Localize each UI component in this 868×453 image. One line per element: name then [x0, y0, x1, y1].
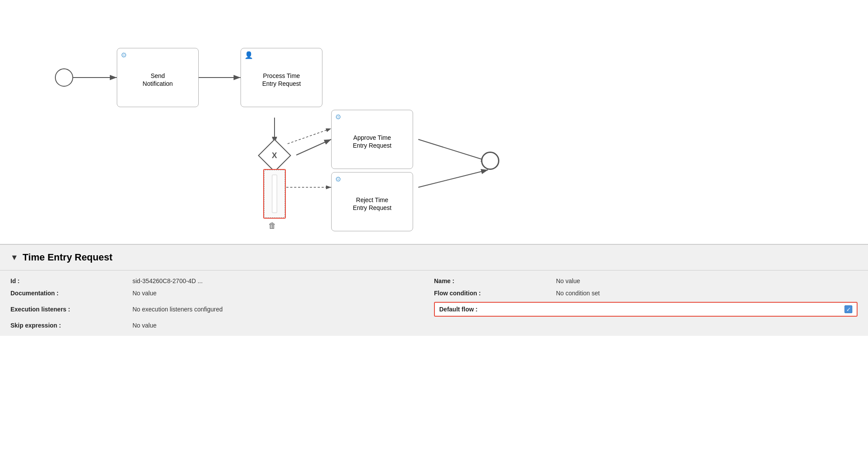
- approve-time-entry-node[interactable]: ⚙ Approve Time Entry Request: [331, 110, 413, 169]
- process-time-entry-user-icon: 👤: [244, 51, 253, 60]
- execution-listeners-value: No execution listeners configured: [132, 306, 434, 313]
- name-label: Name :: [434, 277, 556, 284]
- svg-line-7: [418, 139, 488, 161]
- end-event[interactable]: [481, 152, 499, 170]
- svg-line-4: [296, 139, 331, 155]
- diagram-canvas: ⚙ Send Notification 👤 Process Time Entry…: [0, 0, 868, 244]
- exclusive-gateway[interactable]: X: [258, 139, 291, 172]
- reject-gear-icon: ⚙: [335, 175, 341, 184]
- documentation-value: No value: [132, 290, 434, 297]
- default-flow-cell[interactable]: Default flow : ✓: [434, 302, 858, 317]
- svg-line-8: [418, 170, 488, 187]
- send-notification-gear-icon: ⚙: [121, 51, 127, 60]
- default-flow-label: Default flow :: [439, 306, 478, 313]
- reject-label: Reject Time Entry Request: [353, 196, 392, 212]
- send-notification-node[interactable]: ⚙ Send Notification: [117, 48, 199, 107]
- name-value: No value: [556, 277, 858, 284]
- approve-gear-icon: ⚙: [335, 113, 341, 122]
- properties-table: Id : sid-354260C8-2700-4D ... Name : No …: [0, 270, 868, 336]
- properties-header: ▼ Time Entry Request: [0, 245, 868, 270]
- gateway-label: X: [272, 151, 277, 160]
- process-time-entry-label: Process Time Entry Request: [262, 72, 301, 88]
- properties-title: Time Entry Request: [23, 252, 112, 263]
- id-value: sid-354260C8-2700-4D ...: [132, 277, 434, 284]
- skip-expression-value: No value: [132, 322, 434, 329]
- flow-condition-value: No condition set: [556, 290, 858, 297]
- documentation-label: Documentation :: [10, 290, 132, 297]
- sequence-flow-element[interactable]: [264, 170, 285, 218]
- properties-panel: ▼ Time Entry Request Id : sid-354260C8-2…: [0, 244, 868, 336]
- execution-listeners-label: Execution listeners :: [10, 306, 132, 313]
- flow-arrows: [0, 0, 868, 244]
- flow-condition-label: Flow condition :: [434, 290, 556, 297]
- reject-time-entry-node[interactable]: ⚙ Reject Time Entry Request: [331, 172, 413, 231]
- skip-expression-label: Skip expression :: [10, 322, 132, 329]
- sequence-flow-marker: [272, 175, 277, 213]
- send-notification-label: Send Notification: [142, 72, 173, 88]
- id-label: Id :: [10, 277, 132, 284]
- approve-label: Approve Time Entry Request: [353, 134, 392, 149]
- process-time-entry-node[interactable]: 👤 Process Time Entry Request: [241, 48, 322, 107]
- collapse-chevron[interactable]: ▼: [10, 253, 18, 262]
- check-icon: ✓: [846, 306, 851, 313]
- start-event[interactable]: [55, 68, 73, 87]
- default-flow-checkbox[interactable]: ✓: [844, 305, 852, 313]
- delete-flow-button[interactable]: 🗑: [268, 221, 276, 230]
- svg-line-9: [288, 128, 331, 144]
